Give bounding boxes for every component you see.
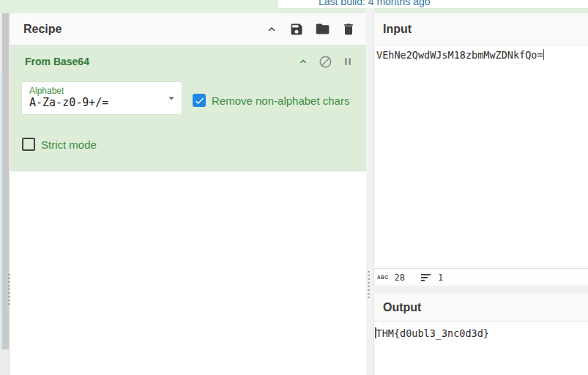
dropdown-caret-icon bbox=[165, 92, 178, 105]
line-count-icon bbox=[421, 274, 431, 281]
output-title: Output bbox=[383, 301, 421, 314]
recipe-title: Recipe bbox=[23, 23, 62, 36]
alphabet-dropdown[interactable]: Alphabet A-Za-z0-9+/= bbox=[22, 82, 182, 114]
save-icon[interactable] bbox=[289, 22, 304, 37]
input-output-splitter[interactable] bbox=[373, 286, 588, 294]
input-header: Input bbox=[374, 13, 588, 45]
splitter-handle-dots bbox=[368, 271, 370, 300]
checkbox-label: Strict mode bbox=[41, 138, 97, 151]
operations-splitter[interactable] bbox=[0, 13, 10, 375]
cyberchef-app: Last build: 4 months ago Recipe From Bas… bbox=[0, 0, 588, 375]
alphabet-label: Alphabet bbox=[29, 86, 164, 96]
output-textarea[interactable]: THM{d0ubl3_3nc0d3d} bbox=[374, 322, 588, 375]
input-textarea[interactable]: VEhNe2QwdWJsM18zbmMwZDNkfQo= bbox=[374, 45, 588, 268]
folder-icon[interactable] bbox=[315, 21, 330, 37]
top-banner-strip: Last build: 4 months ago bbox=[278, 0, 588, 8]
chevron-up-icon[interactable] bbox=[297, 56, 309, 67]
disable-icon[interactable] bbox=[319, 55, 332, 69]
recipe-header: Recipe bbox=[10, 13, 366, 45]
input-status-bar: ABC 28 1 bbox=[374, 268, 588, 286]
char-count: 28 bbox=[395, 272, 405, 283]
alphabet-value: A-Za-z0-9+/= bbox=[29, 96, 108, 109]
input-panel: Input VEhNe2QwdWJsM18zbmMwZDNkfQo= ABC 2… bbox=[373, 13, 588, 286]
line-count: 1 bbox=[438, 272, 443, 283]
output-header: Output bbox=[374, 294, 588, 322]
chevron-up-icon[interactable] bbox=[265, 23, 278, 36]
operation-title: From Base64 bbox=[25, 56, 89, 67]
checkbox-label: Remove non-alphabet chars bbox=[212, 94, 349, 107]
last-build-link[interactable]: Last build: 4 months ago bbox=[319, 0, 431, 7]
breakpoint-pause-icon[interactable] bbox=[342, 56, 354, 67]
input-text: VEhNe2QwdWJsM18zbmMwZDNkfQo= bbox=[376, 49, 543, 61]
strict-mode-checkbox[interactable]: Strict mode bbox=[22, 138, 97, 151]
trash-icon[interactable] bbox=[341, 22, 356, 37]
output-text: THM{d0ubl3_3nc0d3d} bbox=[376, 327, 489, 339]
remove-non-alphabet-checkbox[interactable]: Remove non-alphabet chars bbox=[193, 94, 349, 107]
operation-header[interactable]: From Base64 bbox=[10, 45, 366, 78]
operation-from-base64: From Base64 Alphabet A-Za-z0-9+/= Remove… bbox=[10, 45, 366, 171]
recipe-controls bbox=[265, 21, 366, 37]
char-count-icon: ABC bbox=[377, 275, 389, 280]
operation-controls bbox=[297, 55, 366, 69]
checkbox-unchecked[interactable] bbox=[22, 138, 35, 151]
output-panel: Output THM{d0ubl3_3nc0d3d} bbox=[373, 294, 588, 375]
checkbox-checked[interactable] bbox=[193, 94, 206, 107]
input-title: Input bbox=[383, 23, 412, 36]
check-icon bbox=[194, 95, 205, 106]
recipe-panel: Recipe From Base64 Alphabet A-Za-z0-9+/= bbox=[10, 13, 366, 375]
text-cursor bbox=[543, 49, 545, 60]
recipe-io-splitter[interactable] bbox=[366, 8, 373, 375]
